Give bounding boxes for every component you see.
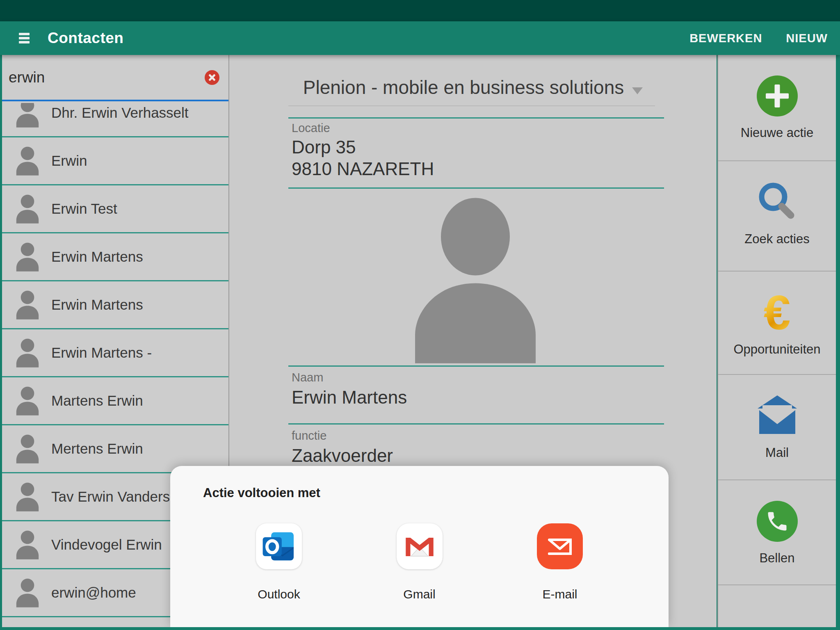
name-label: Naam (292, 371, 323, 384)
function-value: Zaakvoerder (292, 445, 393, 466)
share-app-email[interactable]: E-mail (513, 523, 607, 601)
email-app-icon (537, 523, 583, 569)
phone-icon (757, 501, 798, 542)
contact-name: erwin@home (51, 584, 136, 601)
name-value: Erwin Martens (292, 387, 407, 408)
search-input[interactable]: erwin (9, 69, 205, 86)
contact-name: Martens Erwin (51, 393, 143, 409)
sidebar-item-opportuniteiten[interactable]: € Opportuniteiten (718, 272, 836, 375)
function-label: functie (292, 429, 326, 443)
clear-search-icon[interactable] (205, 70, 219, 85)
share-app-label: E-mail (542, 587, 577, 601)
new-button[interactable]: NIEUW (786, 32, 828, 45)
field-divider (288, 117, 664, 119)
screen-border-left (0, 55, 2, 630)
plus-circle-icon (757, 75, 798, 116)
sidebar-item-label: Zoek acties (744, 232, 810, 247)
contact-row[interactable]: Erwin Martens - (2, 329, 228, 377)
field-divider (288, 423, 664, 425)
app-bar: Contacten BEWERKEN NIEUW (0, 21, 840, 55)
contact-name: Dhr. Erwin Verhasselt (51, 105, 189, 121)
person-icon (14, 103, 41, 128)
contact-name: Erwin Martens - (51, 345, 152, 361)
share-app-label: Gmail (403, 587, 435, 601)
company-selector[interactable]: Plenion - mobile en business solutions (303, 76, 624, 98)
sidebar-item-bellen[interactable]: Bellen (718, 480, 836, 585)
person-icon (14, 530, 41, 559)
chevron-down-icon (632, 87, 643, 94)
address-line2: 9810 NAZARETH (292, 159, 434, 179)
person-icon (14, 434, 41, 463)
screen-border-bottom (0, 627, 840, 630)
sidebar-item-label: Bellen (759, 551, 794, 566)
page-title: Contacten (48, 30, 123, 47)
share-sheet: Actie voltooien met Outlook (170, 466, 669, 627)
person-icon (14, 146, 41, 176)
edit-button[interactable]: BEWERKEN (689, 32, 762, 45)
company-underline (288, 105, 655, 106)
sidebar-item-zoek-acties[interactable]: Zoek acties (718, 161, 836, 272)
outlook-icon (256, 523, 302, 569)
contact-photo-placeholder (389, 195, 562, 363)
person-icon (14, 338, 41, 368)
share-app-label: Outlook (258, 587, 300, 601)
contact-name: Erwin Martens (51, 249, 143, 265)
person-icon (14, 290, 41, 320)
gmail-icon (397, 523, 443, 569)
sidebar-item-nieuwe-actie[interactable]: Nieuwe actie (718, 55, 836, 161)
share-sheet-title: Actie voltooien met (203, 486, 320, 500)
contact-row[interactable]: Martens Erwin (2, 377, 228, 425)
status-bar (0, 0, 840, 21)
contact-name: Erwin (51, 153, 87, 169)
contact-name: Erwin Test (51, 201, 117, 217)
contact-name: Erwin Martens (51, 297, 143, 313)
field-divider (288, 365, 664, 367)
euro-icon: € (764, 288, 791, 337)
share-app-gmail[interactable]: Gmail (372, 523, 467, 601)
person-icon (14, 194, 41, 224)
contact-row[interactable]: Dhr. Erwin Verhasselt (2, 103, 228, 137)
contact-row[interactable]: Erwin Martens (2, 281, 228, 329)
sidebar-empty-cell (718, 585, 836, 626)
contact-row[interactable]: Erwin (2, 137, 228, 185)
search-bar: erwin (2, 55, 228, 101)
app-screen: Contacten BEWERKEN NIEUW Dhr. Erwin Verh… (0, 0, 840, 630)
magnifier-icon (755, 180, 800, 225)
sidebar-item-label: Nieuwe actie (741, 126, 813, 140)
contact-name: Vindevogel Erwin (51, 536, 162, 553)
action-sidebar: Nieuwe actie Zoek acties € Opportuniteit… (717, 55, 836, 627)
address-line1: Dorp 35 (292, 137, 356, 158)
hamburger-menu-icon[interactable] (19, 33, 31, 43)
field-divider (288, 187, 664, 189)
contact-row[interactable]: Erwin Test (2, 185, 228, 233)
contact-row[interactable]: Erwin Martens (2, 233, 228, 281)
screen-border-right (836, 55, 840, 630)
share-app-outlook[interactable]: Outlook (232, 523, 326, 601)
person-icon (14, 578, 41, 607)
person-icon (14, 386, 41, 415)
location-label: Locatie (292, 121, 330, 135)
sidebar-item-label: Mail (765, 445, 789, 460)
contact-name: Mertens Erwin (51, 441, 143, 457)
mail-envelope-icon (756, 395, 799, 437)
person-icon (14, 482, 41, 511)
person-icon (14, 242, 41, 272)
sidebar-item-mail[interactable]: Mail (718, 375, 836, 480)
sidebar-item-label: Opportuniteiten (734, 342, 821, 357)
